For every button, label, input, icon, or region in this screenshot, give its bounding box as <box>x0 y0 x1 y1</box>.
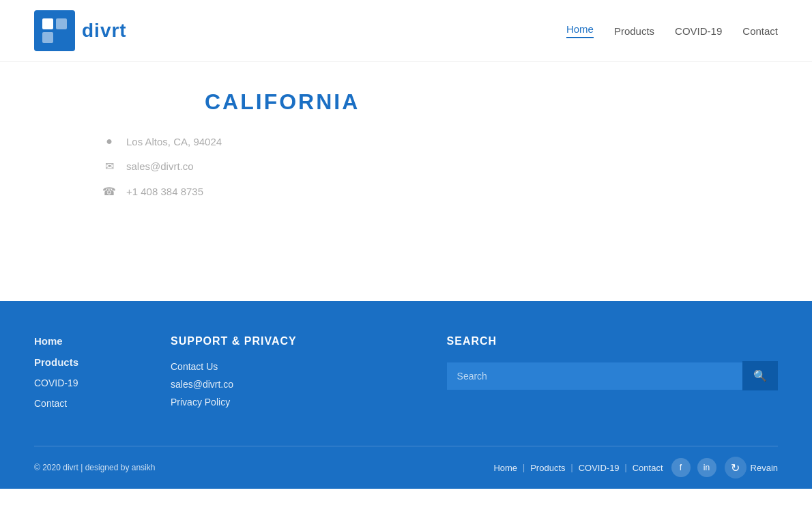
footer-nav-products[interactable]: Products <box>34 356 171 368</box>
sep-3: | <box>625 463 627 472</box>
brand-title: CALIFORNIA <box>205 89 744 115</box>
phone-item: ☎ +1 408 384 8735 <box>102 185 778 198</box>
revain-icon: ↻ <box>725 457 746 479</box>
logo-icon <box>34 10 75 51</box>
logo-text: divrt <box>82 20 127 42</box>
search-input[interactable] <box>447 362 742 390</box>
facebook-icon[interactable]: f <box>671 458 691 477</box>
svg-rect-2 <box>42 32 53 43</box>
revain-label: Revain <box>751 463 778 473</box>
footer-sales-email[interactable]: sales@divrt.co <box>171 379 447 390</box>
footer-nav-contact[interactable]: Contact <box>34 398 171 409</box>
footer-contact-us[interactable]: Contact Us <box>171 361 447 372</box>
footer-nav-covid[interactable]: COVID-19 <box>34 377 171 388</box>
header: divrt Home Products COVID-19 Contact <box>0 0 812 62</box>
linkedin-icon[interactable]: in <box>697 458 716 477</box>
phone-text: +1 408 384 8735 <box>126 186 203 197</box>
revain-area: ↻ Revain <box>725 457 778 479</box>
sep-1: | <box>523 463 525 472</box>
nav-item-products[interactable]: Products <box>614 25 654 37</box>
contact-section: CALIFORNIA ● Los Altos, CA, 94024 ✉ sale… <box>0 62 812 301</box>
footer-nav-col: Home Products COVID-19 Contact <box>34 335 171 418</box>
svg-rect-1 <box>56 18 67 29</box>
bottom-nav-products[interactable]: Products <box>530 463 565 473</box>
footer-support-col: SUPPORT & PRIVACY Contact Us sales@divrt… <box>171 335 447 418</box>
address-item: ● Los Altos, CA, 94024 <box>102 135 778 147</box>
footer-nav-home[interactable]: Home <box>34 335 171 347</box>
search-box: 🔍 <box>447 361 778 390</box>
search-title: SEARCH <box>447 335 778 347</box>
search-button[interactable]: 🔍 <box>742 361 778 390</box>
support-title: SUPPORT & PRIVACY <box>171 335 447 347</box>
nav-item-home[interactable]: Home <box>566 23 594 38</box>
phone-icon: ☎ <box>102 185 116 198</box>
main-nav: Home Products COVID-19 Contact <box>566 23 778 38</box>
logo-area: divrt <box>34 10 127 51</box>
nav-item-covid[interactable]: COVID-19 <box>675 25 722 37</box>
footer: Home Products COVID-19 Contact SUPPORT &… <box>0 301 812 489</box>
email-item: ✉ sales@divrt.co <box>102 160 778 173</box>
address-text: Los Altos, CA, 94024 <box>126 136 222 147</box>
bottom-nav-covid[interactable]: COVID-19 <box>579 463 620 473</box>
bottom-nav-contact[interactable]: Contact <box>633 463 663 473</box>
social-icons: f in <box>671 458 716 477</box>
footer-privacy-policy[interactable]: Privacy Policy <box>171 397 447 408</box>
svg-rect-0 <box>42 18 53 29</box>
footer-bottom: © 2020 divrt | designed by ansikh Home |… <box>34 446 778 489</box>
email-text: sales@divrt.co <box>126 160 194 172</box>
footer-search-col: SEARCH 🔍 <box>447 335 778 418</box>
location-icon: ● <box>102 135 116 147</box>
footer-bottom-right: Home | Products | COVID-19 | Contact f i… <box>493 457 778 479</box>
bottom-nav-home[interactable]: Home <box>493 463 517 473</box>
copyright-text: © 2020 divrt | designed by ansikh <box>34 463 155 472</box>
sep-2: | <box>571 463 573 472</box>
page-title-area: CALIFORNIA <box>102 89 778 115</box>
footer-main: Home Products COVID-19 Contact SUPPORT &… <box>34 335 778 446</box>
nav-item-contact[interactable]: Contact <box>742 25 778 37</box>
footer-bottom-nav: Home | Products | COVID-19 | Contact <box>493 463 663 473</box>
email-icon: ✉ <box>102 160 116 173</box>
